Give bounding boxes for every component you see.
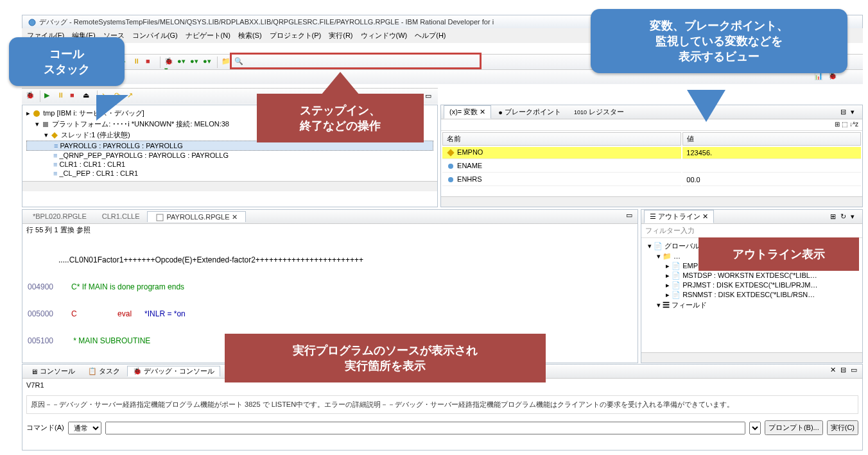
var-icon <box>446 175 455 184</box>
tab-debug-console[interactable]: 🐞 デバッグ・コンソール <box>127 366 220 377</box>
callout-step-arrow <box>321 72 360 95</box>
callout-callstack: コール スタック <box>9 37 125 86</box>
callout-step: ステップイン、 終了などの操作 <box>257 94 424 142</box>
stop2-icon[interactable]: ■ <box>70 91 80 101</box>
view-menu-icon[interactable]: ▾ <box>851 108 860 117</box>
scrollbar-h[interactable] <box>22 181 437 191</box>
callout-variables-tail <box>687 90 725 122</box>
tab-registers[interactable]: 1010 レジスター <box>568 105 630 119</box>
outline-tb-icon[interactable]: ▾ <box>851 212 860 221</box>
collapse-icon[interactable]: ⊟ <box>840 108 849 117</box>
editor-status: 行 55 列 1 置換 参照 <box>22 224 638 236</box>
command-row: コマンド(A) 通常 プロンプト(B)... 実行(C) <box>22 418 862 438</box>
editor-tab[interactable]: CLR1.CLLE <box>94 211 148 222</box>
editor-tabbar: *BPL020.RPGLE CLR1.CLLE PAYROLLG.RPGLE ✕… <box>22 210 638 224</box>
variables-tabbar: (x)= 変数 ✕ ● ブレークポイント 1010 レジスター ⊟ ▾ <box>441 105 862 119</box>
outline-tb-icon[interactable]: ⊞ <box>830 212 839 221</box>
svg-point-7 <box>448 177 453 182</box>
step-return-icon[interactable]: ↗ <box>127 91 137 101</box>
tab-variables[interactable]: (x)= 変数 ✕ <box>444 105 491 119</box>
tab-outline[interactable]: ☰ アウトライン ✕ <box>644 210 714 223</box>
outline-item[interactable]: ▸ 📄 MSTDSP : WORKSTN EXTDESC('*LIBL… <box>645 271 858 280</box>
pause2-icon[interactable]: ⏸ <box>57 91 67 101</box>
window-title: デバッグ - RemoteSystemsTempFiles/MELON/QSYS… <box>39 17 494 27</box>
resume2-icon[interactable]: ▶ <box>44 91 55 101</box>
run3-icon[interactable]: ●▾ <box>203 57 213 67</box>
var-row[interactable]: EMPNO123456. <box>442 147 861 159</box>
variables-table: 名前値 EMPNO123456. ENAME ENHRS00.0 <box>441 131 862 187</box>
debug-view-icon[interactable]: 🐞 <box>26 91 36 101</box>
outline-item[interactable]: ▸ 📄 RSNMST : DISK EXTDESC('*LIBL/RSN… <box>645 290 858 300</box>
stack-frame[interactable]: ≡ CLR1 : CLR1 : CLR1 <box>26 160 433 169</box>
tab-breakpoints[interactable]: ● ブレークポイント <box>492 105 567 119</box>
outline-fields[interactable]: ▾ ☰ フィールド <box>645 300 858 311</box>
svg-rect-8 <box>157 214 163 221</box>
callout-source: 実行プログラムのソースが表示され 実行箇所を表示 <box>225 334 546 382</box>
menu-run[interactable]: 実行(R) <box>329 31 352 40</box>
minimize-icon[interactable]: ▭ <box>425 92 434 101</box>
menu-window[interactable]: ウィンドウ(W) <box>361 31 408 40</box>
close-icon[interactable]: ✕ <box>702 212 708 221</box>
close-icon[interactable]: ✕ <box>480 108 485 116</box>
menu-search[interactable]: 検索(S) <box>238 31 262 40</box>
variables-toolbar: ⊞ ⬚ ↓ᴬz <box>441 119 862 131</box>
col-value[interactable]: 値 <box>682 132 861 146</box>
callout-outline: アウトライン表示 <box>699 237 859 271</box>
stack-frame[interactable]: ≡ _QRNP_PEP_PAYROLLG : PAYROLLG : PAYROL… <box>26 151 433 160</box>
maximize-icon[interactable]: ▭ <box>626 211 635 220</box>
col-name[interactable]: 名前 <box>442 132 681 146</box>
outline-filter[interactable]: フィルター入力 <box>641 224 862 238</box>
close-icon[interactable]: ✕ <box>232 213 238 221</box>
editor-tab[interactable]: PAYROLLG.RPGLE ✕ <box>147 211 245 222</box>
svg-point-3 <box>33 110 40 117</box>
cmd-mode-select[interactable]: 通常 <box>68 422 101 434</box>
outline-item[interactable]: ▸ 📄 PRJMST : DISK EXTDESC('*LIBL/PRJM… <box>645 280 858 290</box>
debug-icon[interactable]: 🐞▾ <box>164 57 175 67</box>
disconnect-icon[interactable]: ⏏ <box>83 91 93 101</box>
menu-project[interactable]: プロジェクト(P) <box>270 31 322 40</box>
console-tb-icon[interactable]: ▭ <box>851 366 860 375</box>
var-icon <box>446 162 455 171</box>
var-tb-icon[interactable]: ⊞ <box>835 121 840 128</box>
var-row[interactable]: ENHRS00.0 <box>442 174 861 186</box>
app-icon <box>28 18 37 27</box>
var-tb-icon[interactable]: ↓ᴬz <box>849 121 858 128</box>
stack-frame[interactable]: ≡ _CL_PEP : CLR1 : CLR1 <box>26 169 433 178</box>
callout-callstack-tail <box>96 95 128 121</box>
perspective-icon[interactable]: 📊 <box>814 72 824 82</box>
menu-help[interactable]: ヘルプ(H) <box>415 31 446 40</box>
console-tb-icon[interactable]: ⊟ <box>840 366 849 375</box>
callout-variables: 変数、ブレークポイント、 監視している変数などを 表示するビュー <box>591 9 847 73</box>
menu-navigate[interactable]: ナビゲート(N) <box>186 31 230 40</box>
tab-tasks[interactable]: 📋 タスク <box>82 366 126 377</box>
pause-icon[interactable]: ⏸ <box>133 57 143 67</box>
svg-point-6 <box>448 164 453 169</box>
scrollbar-h[interactable] <box>441 196 862 207</box>
prompt-button[interactable]: プロンプト(B)... <box>765 420 823 435</box>
var-tb-icon[interactable]: ⬚ <box>842 121 847 128</box>
run-icon[interactable]: ●▾ <box>177 57 187 67</box>
svg-rect-5 <box>447 149 454 156</box>
scrollbar-h[interactable] <box>641 352 862 363</box>
run2-icon[interactable]: ●▾ <box>190 57 200 67</box>
svg-rect-4 <box>43 122 48 127</box>
console-tb-icon[interactable]: ✕ <box>830 366 839 375</box>
outline-tabbar: ☰ アウトライン ✕ ⊞ ↻ ▾ <box>641 210 862 224</box>
tab-console[interactable]: 🖥 コンソール <box>25 366 81 377</box>
var-icon <box>446 148 455 157</box>
variables-view: (x)= 変数 ✕ ● ブレークポイント 1010 レジスター ⊟ ▾ ⊞ ⬚ … <box>440 105 863 207</box>
svg-point-0 <box>29 19 35 26</box>
cmd-history-select[interactable] <box>749 422 761 434</box>
menu-compile[interactable]: コンパイル(G) <box>132 31 178 40</box>
var-row[interactable]: ENAME <box>442 160 861 173</box>
outline-tb-icon[interactable]: ↻ <box>840 212 849 221</box>
editor-tab[interactable]: *BPL020.RPGLE <box>25 211 94 222</box>
stop-icon[interactable]: ■ <box>146 57 156 67</box>
console-message: 原因－－デバッグ・サーバー経路指定機能プログラム機能がポート 3825 で LI… <box>26 395 858 414</box>
highlight-box-debug-controls <box>230 53 482 69</box>
outline-view: ☰ アウトライン ✕ ⊞ ↻ ▾ フィルター入力 ▾ 📄 グローバル ▾ 📁 …… <box>641 209 863 363</box>
run-button[interactable]: 実行(C) <box>827 420 858 435</box>
editor-ruler: .....CL0N01Factor1+++++++Opcode(E)+Exten… <box>58 255 363 264</box>
perspective2-icon[interactable]: 🐞 <box>828 72 838 82</box>
cmd-input[interactable] <box>105 422 745 434</box>
